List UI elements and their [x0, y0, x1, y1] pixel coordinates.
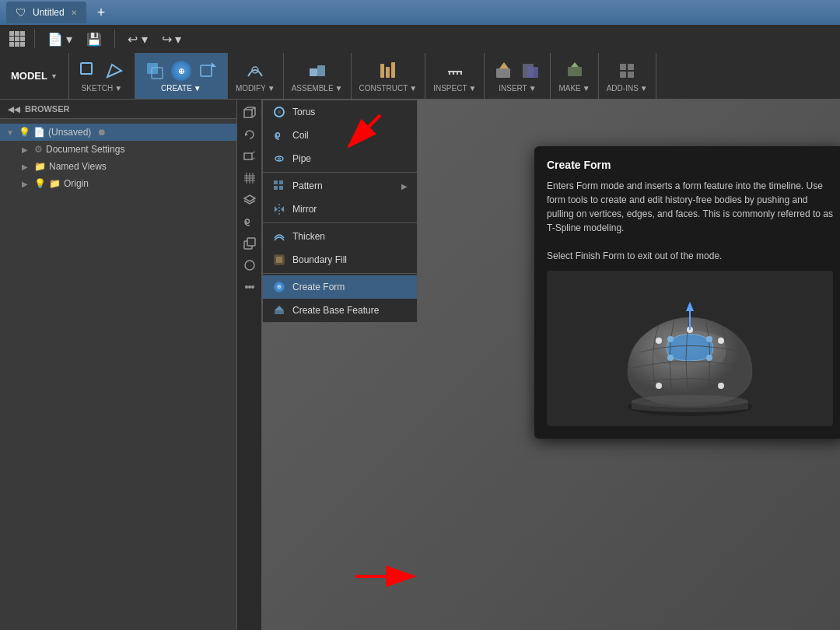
assemble-section[interactable]: ASSEMBLE ▼ — [284, 53, 352, 99]
insert-icons — [492, 59, 542, 82]
file-button[interactable]: 📄 ▾ — [43, 29, 77, 50]
construct-section[interactable]: CONSTRUCT ▼ — [352, 53, 426, 99]
svg-marker-33 — [245, 133, 248, 136]
tree-item-named-views[interactable]: ▶ 📁 Named Views — [0, 158, 236, 175]
tooltip-body: Enters Form mode and inserts a form feat… — [547, 179, 833, 263]
menu-item-torus[interactable]: Torus — [263, 100, 417, 124]
sketch-dropdown-icon: ▼ — [114, 84, 122, 93]
pattern-label: Pattern — [292, 180, 323, 191]
menu-item-boundary-fill[interactable]: Boundary Fill — [263, 248, 417, 271]
svg-point-50 — [278, 110, 281, 114]
undo-button[interactable]: ↩ ▾ — [123, 29, 152, 50]
create-base-icon — [272, 303, 286, 317]
tree-arrow-views: ▶ — [22, 163, 31, 171]
tab-close-button[interactable]: ✕ — [71, 9, 77, 17]
inspect-section[interactable]: INSPECT ▼ — [425, 53, 485, 99]
menu-item-create-base[interactable]: Create Base Feature — [263, 299, 417, 322]
menu-item-create-form[interactable]: ⊕ Create Form — [263, 275, 417, 299]
strip-circle-btn[interactable] — [239, 255, 261, 275]
strip-resize-btn[interactable] — [239, 146, 261, 166]
svg-rect-17 — [496, 68, 510, 78]
strip-rotate-btn[interactable] — [239, 124, 261, 145]
browser-tree: ▼ 💡 📄 (Unsaved) ⏺ ▶ ⚙ Document Settings … — [0, 119, 236, 197]
modify-section[interactable]: MODIFY ▼ — [228, 53, 284, 99]
tree-arrow-doc: ▶ — [22, 145, 31, 154]
addins-section[interactable]: ADD-INS ▼ — [599, 53, 656, 99]
strip-grid-btn[interactable] — [239, 168, 261, 188]
torus-label: Torus — [292, 107, 315, 117]
model-dropdown-arrow: ▼ — [51, 72, 58, 80]
create-section[interactable]: ⊕ CREATE ▼ — [135, 53, 228, 99]
svg-point-52 — [278, 158, 281, 159]
divider — [34, 30, 35, 48]
redo-button[interactable]: ↪ ▾ — [157, 29, 186, 50]
record-icon: ⏺ — [97, 127, 107, 138]
main-toolbar: MODEL ▼ SKETCH ▼ ⊕ — [0, 53, 840, 100]
sketch-icons — [77, 59, 127, 82]
model-label: MODEL — [11, 70, 47, 82]
sketch-icon1 — [77, 59, 100, 82]
pattern-icon — [272, 179, 286, 193]
modify-icons — [243, 59, 267, 82]
strip-dots-btn[interactable] — [239, 277, 261, 297]
create-form-tooltip: Create Form Enters Form mode and inserts… — [534, 146, 840, 439]
tree-item-origin[interactable]: ▶ 💡 📁 Origin — [0, 175, 236, 192]
thicken-icon — [272, 229, 286, 243]
svg-rect-61 — [276, 257, 282, 263]
tab-label: Untitled — [33, 7, 65, 18]
svg-marker-59 — [281, 206, 284, 212]
origin-label: Origin — [64, 178, 89, 189]
create-icon1 — [143, 59, 166, 82]
menu-item-mirror[interactable]: Mirror — [263, 198, 417, 221]
svg-rect-34 — [244, 153, 252, 159]
menu-item-pipe[interactable]: Pipe — [263, 147, 417, 170]
svg-rect-21 — [568, 67, 582, 76]
tree-item-unsaved[interactable]: ▼ 💡 📄 (Unsaved) ⏺ — [0, 124, 236, 141]
create-form-icon: ⊕ — [272, 280, 286, 294]
model-dropdown[interactable]: MODEL ▼ — [0, 53, 69, 99]
make-section[interactable]: MAKE ▼ — [551, 53, 598, 99]
insert-icon1 — [492, 59, 516, 82]
gear-icon: ⚙ — [34, 144, 43, 155]
svg-point-47 — [248, 285, 251, 289]
menu-item-thicken[interactable]: Thicken — [263, 225, 417, 248]
strip-cube-btn[interactable] — [239, 103, 261, 123]
svg-rect-23 — [620, 64, 626, 70]
strip-copy-btn[interactable] — [239, 233, 261, 254]
tree-arrow-origin: ▶ — [22, 180, 31, 188]
sidebar-collapse-icon[interactable]: ◀◀ — [8, 105, 20, 114]
coil-label: Coil — [292, 130, 309, 141]
assemble-label: ASSEMBLE ▼ — [292, 84, 343, 93]
svg-rect-9 — [380, 64, 384, 78]
svg-point-66 — [656, 338, 662, 344]
strip-layers-btn[interactable] — [239, 190, 261, 210]
strip-coil-btn[interactable] — [239, 212, 261, 232]
svg-rect-53 — [274, 180, 278, 184]
svg-rect-0 — [81, 63, 92, 74]
sketch-section[interactable]: SKETCH ▼ — [69, 53, 135, 99]
svg-rect-54 — [279, 180, 283, 184]
svg-rect-55 — [274, 186, 278, 190]
apps-icon[interactable] — [8, 30, 26, 48]
svg-rect-10 — [386, 67, 390, 78]
menu-item-pattern[interactable]: Pattern ▶ — [263, 174, 417, 198]
construct-icon1 — [376, 59, 400, 82]
save-button[interactable]: 💾 — [82, 29, 107, 50]
tree-item-doc-settings[interactable]: ▶ ⚙ Document Settings — [0, 141, 236, 158]
svg-point-68 — [718, 338, 724, 344]
menu-sep2 — [263, 222, 417, 223]
menu-item-coil[interactable]: Coil — [263, 124, 417, 147]
svg-marker-63 — [275, 306, 284, 310]
menu-sep1 — [263, 172, 417, 173]
title-tab[interactable]: 🛡 Untitled ✕ — [6, 2, 86, 23]
svg-point-51 — [275, 156, 283, 161]
addins-icon1 — [615, 59, 639, 82]
pipe-label: Pipe — [292, 153, 311, 164]
coil-icon — [272, 128, 286, 142]
add-tab-button[interactable]: + — [93, 5, 110, 21]
svg-point-73 — [667, 355, 674, 361]
assemble-icon1 — [306, 59, 329, 82]
svg-rect-25 — [620, 72, 626, 78]
insert-section[interactable]: INSERT ▼ — [485, 53, 551, 99]
make-icons — [563, 59, 586, 82]
